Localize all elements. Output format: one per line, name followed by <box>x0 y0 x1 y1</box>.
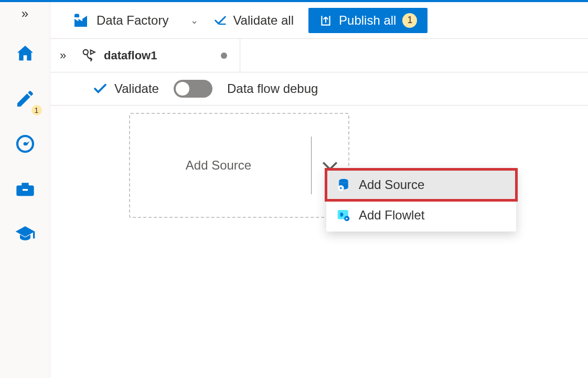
chevron-down-icon: ⌄ <box>190 15 198 26</box>
menu-add-source-label: Add Source <box>359 177 424 192</box>
svg-rect-4 <box>74 15 79 17</box>
data-factory-icon <box>71 11 90 30</box>
validate-all-label: Validate all <box>233 13 294 28</box>
tab-title: dataflow1 <box>104 49 157 62</box>
nav-learn[interactable] <box>9 218 41 250</box>
tab-dataflow1[interactable]: dataflow1 <box>76 39 240 72</box>
svg-point-6 <box>339 179 348 183</box>
validate-button[interactable]: Validate <box>92 81 159 97</box>
dataflow-canvas[interactable]: Add Source Add Source <box>50 106 588 378</box>
dataflow-icon <box>81 47 98 64</box>
validate-all-icon <box>213 13 228 28</box>
svg-point-1 <box>23 142 27 146</box>
publish-label: Publish all <box>339 13 396 28</box>
svg-point-5 <box>83 49 88 54</box>
publish-badge: 1 <box>402 13 417 28</box>
tab-row: » dataflow1 <box>50 39 588 72</box>
top-toolbar: Data Factory ⌄ Validate all Publish all … <box>50 2 588 39</box>
left-navigation: » 1 <box>0 2 50 378</box>
menu-add-flowlet-label: Add Flowlet <box>359 208 424 223</box>
graduation-cap-icon <box>15 224 36 245</box>
nav-home[interactable] <box>9 38 41 69</box>
debug-toggle-label: Data flow debug <box>227 81 318 96</box>
nav-monitor[interactable] <box>9 128 41 160</box>
toolbox-icon <box>15 178 36 200</box>
publish-icon <box>319 14 333 27</box>
toggle-knob <box>176 82 189 96</box>
menu-add-flowlet[interactable]: Add Flowlet <box>326 200 516 230</box>
expand-panel-icon[interactable]: » <box>50 39 76 72</box>
publish-all-button[interactable]: Publish all 1 <box>308 8 427 33</box>
author-badge: 1 <box>30 104 43 117</box>
check-icon <box>92 81 108 97</box>
nav-author[interactable]: 1 <box>9 83 41 114</box>
source-context-menu: Add Source Add Flowlet <box>326 169 516 232</box>
brand-selector[interactable]: Data Factory ⌄ <box>71 11 198 30</box>
dataflow-toolbar: Validate Data flow debug <box>50 72 588 106</box>
nav-manage[interactable] <box>9 173 41 205</box>
debug-toggle[interactable] <box>174 80 212 98</box>
gauge-icon <box>15 133 36 154</box>
menu-add-source[interactable]: Add Source <box>326 170 516 200</box>
flowlet-icon <box>336 207 351 223</box>
unsaved-dot-icon <box>221 52 227 59</box>
brand-label: Data Factory <box>97 13 168 28</box>
validate-all-button[interactable]: Validate all <box>213 13 294 28</box>
svg-rect-2 <box>23 189 28 191</box>
home-icon <box>15 43 36 64</box>
database-arrow-icon <box>336 177 351 193</box>
main-area: Data Factory ⌄ Validate all Publish all … <box>50 2 588 378</box>
add-source-placeholder-label: Add Source <box>130 158 307 173</box>
expand-nav-icon[interactable]: » <box>22 6 28 21</box>
add-source-placeholder[interactable]: Add Source <box>129 113 349 218</box>
validate-label: Validate <box>114 81 159 96</box>
